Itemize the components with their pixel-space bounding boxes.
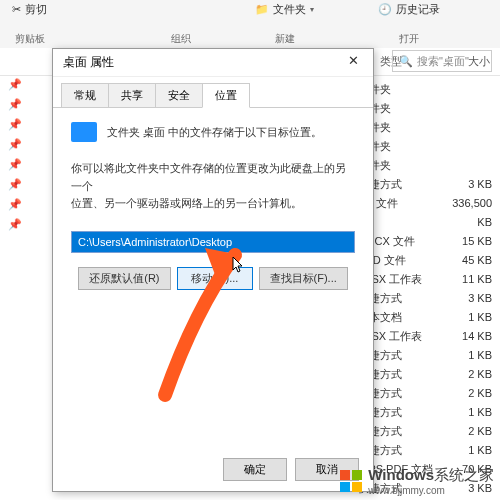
file-size: 1 KB <box>436 308 492 327</box>
windows-logo-icon <box>340 470 362 492</box>
search-placeholder: 搜索"桌面" <box>417 54 469 69</box>
dialog-body: 文件夹 桌面 中的文件存储于以下目标位置。 你可以将此文件夹中文件存储的位置更改… <box>53 108 373 304</box>
file-row[interactable]: 文本文档1 KB <box>358 308 492 327</box>
search-icon: 🔍 <box>399 55 413 68</box>
dialog-titlebar: 桌面 属性 ✕ <box>53 49 373 77</box>
dialog-title-text: 桌面 属性 <box>63 54 114 71</box>
tab-location[interactable]: 位置 <box>202 83 250 108</box>
file-row[interactable]: 快捷方式1 KB <box>358 403 492 422</box>
file-row[interactable]: 文件夹 <box>358 137 492 156</box>
file-list: 文件夹文件夹文件夹文件夹文件夹快捷方式3 KBSD 文件336,500 KBDO… <box>358 80 492 498</box>
ribbon-group-new: 📁 文件夹 ▾ 新建 <box>243 2 326 46</box>
ribbon: ✂ 剪切 剪贴板 组织 📁 文件夹 ▾ 新建 🕘 历史记录 打开 <box>0 0 500 48</box>
watermark: Windows系统之家 www.bjjmmy.com <box>340 466 494 496</box>
folder-large-icon <box>71 122 97 142</box>
cut-label: 剪切 <box>25 2 47 17</box>
ribbon-group-clipboard: ✂ 剪切 剪贴板 <box>0 2 59 46</box>
file-size: 45 KB <box>436 251 492 270</box>
file-row[interactable]: SD 文件336,500 KB <box>358 194 492 232</box>
file-row[interactable]: 文件夹 <box>358 118 492 137</box>
pin-icon: 📌 <box>8 98 22 112</box>
move-button[interactable]: 移动(M)... <box>177 267 253 290</box>
new-folder-label: 文件夹 <box>273 2 306 17</box>
tab-share[interactable]: 共享 <box>108 83 156 107</box>
new-folder-button[interactable]: 📁 文件夹 ▾ <box>255 2 314 17</box>
file-size <box>436 80 492 99</box>
file-row[interactable]: 快捷方式2 KB <box>358 384 492 403</box>
folder-icon: 📁 <box>255 3 269 16</box>
open-group-label: 打开 <box>399 32 419 46</box>
file-row[interactable]: XLSX 工作表11 KB <box>358 270 492 289</box>
file-size: 2 KB <box>436 422 492 441</box>
file-row[interactable]: 快捷方式1 KB <box>358 441 492 460</box>
desc-line-1: 你可以将此文件夹中文件存储的位置更改为此硬盘上的另一个 <box>71 160 355 195</box>
tab-general[interactable]: 常规 <box>61 83 109 107</box>
file-size: 15 KB <box>436 232 492 251</box>
file-size: 2 KB <box>436 365 492 384</box>
dialog-tabs: 常规 共享 安全 位置 <box>53 77 373 108</box>
file-row[interactable]: DOCX 文件15 KB <box>358 232 492 251</box>
close-button[interactable]: ✕ <box>339 53 367 73</box>
pin-icon: 📌 <box>8 78 22 92</box>
scissors-icon: ✂ <box>12 3 21 16</box>
ribbon-group-organize: 组织 <box>159 2 203 46</box>
ok-button[interactable]: 确定 <box>223 458 287 481</box>
clipboard-group-label: 剪贴板 <box>15 32 45 46</box>
file-row[interactable]: 快捷方式2 KB <box>358 422 492 441</box>
file-row[interactable]: 文件夹 <box>358 156 492 175</box>
pin-icon: 📌 <box>8 218 22 232</box>
history-label: 历史记录 <box>396 2 440 17</box>
file-size: 14 KB <box>436 327 492 346</box>
dialog-footer: 确定 取消 <box>223 458 359 481</box>
properties-dialog: 桌面 属性 ✕ 常规 共享 安全 位置 文件夹 桌面 中的文件存储于以下目标位置… <box>52 48 374 492</box>
pin-icon: 📌 <box>8 198 22 212</box>
watermark-suffix: 系统之家 <box>434 466 494 483</box>
location-path-input[interactable]: C:\Users\Administrator\Desktop <box>71 231 355 253</box>
watermark-brand: Windows <box>368 466 434 483</box>
find-target-button[interactable]: 查找目标(F)... <box>259 267 348 290</box>
close-icon: ✕ <box>348 53 359 68</box>
path-field-wrap: C:\Users\Administrator\Desktop <box>71 231 355 253</box>
pins-column: 📌 📌 📌 📌 📌 📌 📌 📌 <box>8 78 22 238</box>
file-size: 1 KB <box>436 346 492 365</box>
file-row[interactable]: 快捷方式2 KB <box>358 365 492 384</box>
file-size: 336,500 KB <box>436 194 492 232</box>
file-size: 1 KB <box>436 441 492 460</box>
chevron-down-icon: ▾ <box>310 5 314 14</box>
history-button[interactable]: 🕘 历史记录 <box>378 2 440 17</box>
cut-button[interactable]: ✂ 剪切 <box>12 2 47 17</box>
file-size: 3 KB <box>436 175 492 194</box>
file-size: 3 KB <box>436 289 492 308</box>
file-row[interactable]: 快捷方式3 KB <box>358 289 492 308</box>
file-size <box>436 118 492 137</box>
file-row[interactable]: 快捷方式1 KB <box>358 346 492 365</box>
file-row[interactable]: 文件夹 <box>358 99 492 118</box>
history-icon: 🕘 <box>378 3 392 16</box>
file-size: 2 KB <box>436 384 492 403</box>
watermark-site: www.bjjmmy.com <box>368 485 494 496</box>
organize-group-label: 组织 <box>171 32 191 46</box>
new-group-label: 新建 <box>275 32 295 46</box>
pin-icon: 📌 <box>8 118 22 132</box>
pin-icon: 📌 <box>8 158 22 172</box>
location-description: 你可以将此文件夹中文件存储的位置更改为此硬盘上的另一个 位置、另一个驱动器或网络… <box>71 160 355 213</box>
search-box[interactable]: 🔍 搜索"桌面" <box>392 50 492 72</box>
file-size <box>436 156 492 175</box>
file-size <box>436 99 492 118</box>
restore-default-button[interactable]: 还原默认值(R) <box>78 267 170 290</box>
desc-line-2: 位置、另一个驱动器或网络上的另一台计算机。 <box>71 195 355 213</box>
file-size <box>436 137 492 156</box>
tab-security[interactable]: 安全 <box>155 83 203 107</box>
file-size: 1 KB <box>436 403 492 422</box>
folder-info-row: 文件夹 桌面 中的文件存储于以下目标位置。 <box>71 122 355 142</box>
path-value: C:\Users\Administrator\Desktop <box>78 236 232 248</box>
file-row[interactable]: DFD 文件45 KB <box>358 251 492 270</box>
pin-icon: 📌 <box>8 138 22 152</box>
location-buttons: 还原默认值(R) 移动(M)... 查找目标(F)... <box>71 267 355 290</box>
file-row[interactable]: 快捷方式3 KB <box>358 175 492 194</box>
file-size: 11 KB <box>436 270 492 289</box>
ribbon-group-open: 🕘 历史记录 打开 <box>366 2 452 46</box>
pin-icon: 📌 <box>8 178 22 192</box>
file-row[interactable]: XLSX 工作表14 KB <box>358 327 492 346</box>
file-row[interactable]: 文件夹 <box>358 80 492 99</box>
